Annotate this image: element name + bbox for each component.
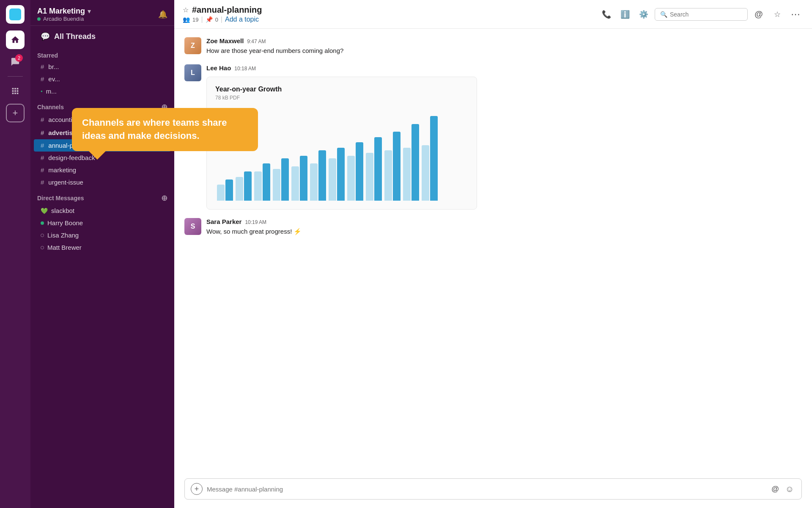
offline-dot-icon [41,234,44,237]
input-actions: @ ☺ [769,483,796,495]
sidebar-item-marketing[interactable]: # marketing [34,164,171,176]
bar-light [347,156,355,201]
sidebar-item-harry-boone[interactable]: Harry Boone [34,217,171,229]
message-3: S Sara Parker 10:19 AM Wow, so much grea… [184,218,802,237]
channel-actions: 📞 ℹ️ ⚙️ 🔍 @ ☆ ⋯ [599,7,804,22]
online-indicator [37,17,41,21]
sidebar-item-lisa-zhang[interactable]: Lisa Zhang [34,229,171,241]
message-text-3: Wow, so much great progress! ⚡ [206,227,802,237]
avatar-lee: L [184,64,201,81]
bar-dark [244,171,252,201]
bar-group [254,163,270,201]
hash-icon: # [41,179,44,186]
main-content: ☆ #annual-planning 👥 19 | 📌 0 | Add a to… [174,0,812,508]
bar-light [366,153,373,201]
add-workspace-button[interactable]: + [6,104,25,122]
hash-icon: # [41,63,44,70]
bar-light [403,148,411,201]
tooltip-arrow [89,151,106,160]
bar-light [310,163,318,201]
bar-dark [263,163,270,201]
at-mention-button[interactable]: @ [769,483,781,495]
bar-group [217,179,233,201]
bar-group [422,116,438,201]
attach-button[interactable]: + [191,483,203,495]
offline-dot-icon [41,246,44,249]
bar-light [329,158,336,201]
pins-icon: 📌 [206,16,213,23]
message-input-box: + @ ☺ [184,478,802,500]
bar-light [291,166,299,201]
icon-rail: 2 + [0,0,30,508]
bar-light [422,145,429,201]
hash-icon: # [41,75,44,83]
avatar-zoe: Z [184,37,201,54]
bar-dark [225,179,233,201]
message-input[interactable] [207,486,765,493]
info-button[interactable]: ℹ️ [617,7,633,22]
bar-group [310,150,326,201]
message-content-1: Zoe Maxwell 9:47 AM How are those year-e… [206,37,802,56]
sidebar-item-starred-3[interactable]: ● m... [34,85,171,97]
sidebar-header: A1 Marketing ▾ Arcadio Buendía 🔔 [30,0,174,26]
home-icon[interactable] [6,30,25,49]
message-time-1: 9:47 AM [247,39,266,44]
notification-bell-icon[interactable]: 🔔 [158,10,167,19]
star-button[interactable]: ☆ [183,6,189,14]
sidebar-item-urgent-issue[interactable]: # urgent-issue [34,176,171,188]
sidebar: A1 Marketing ▾ Arcadio Buendía 🔔 💬 All T… [30,0,174,508]
search-icon: 🔍 [660,11,667,18]
dm-section-header: Direct Messages ⊕ [30,188,174,204]
bar-dark [356,142,363,201]
sidebar-item-matt-brewer[interactable]: Matt Brewer [34,241,171,254]
online-dot-icon [41,221,44,225]
bar-dark [411,124,419,201]
sidebar-item-slackbot[interactable]: 💚 slackbot [34,204,171,217]
channel-title: #annual-planning [192,5,262,15]
hash-icon: # [41,166,44,174]
username: Arcadio Buendía [43,16,84,22]
members-count: 19 [192,17,198,23]
add-dm-button[interactable]: ⊕ [161,193,167,203]
bar-group [273,158,289,201]
grid-icon[interactable] [6,82,25,100]
message-1: Z Zoe Maxwell 9:47 AM How are those year… [184,37,802,56]
channel-header: ☆ #annual-planning 👥 19 | 📌 0 | Add a to… [174,0,812,29]
sidebar-item-starred-2[interactable]: # ev... [34,73,171,85]
threads-icon: 💬 [41,32,50,41]
bar-dark [374,137,382,201]
more-button[interactable]: ⋯ [788,7,804,22]
workspace-dropdown-icon[interactable]: ▾ [88,7,91,15]
bar-dark [281,158,289,201]
message-2: L Lee Hao 10:18 AM Year-on-year Growth 7… [184,64,802,210]
hash-icon: # [41,129,44,136]
phone-button[interactable]: 📞 [599,7,614,22]
add-topic-button[interactable]: Add a topic [225,16,259,23]
tooltip-text: Channels are where teams share ideas and… [82,117,227,141]
bar-light [254,171,262,201]
messages-area: Z Zoe Maxwell 9:47 AM How are those year… [174,29,812,473]
bar-dark [318,150,326,201]
bookmark-button[interactable]: ☆ [770,7,785,22]
bar-dark [337,148,345,201]
workspace-logo[interactable] [6,5,25,24]
search-input[interactable] [670,11,742,18]
bar-group [329,148,345,201]
dm-icon[interactable]: 2 [6,52,25,71]
bar-group [384,132,401,201]
bar-group [366,137,382,201]
message-content-2: Lee Hao 10:18 AM Year-on-year Growth 78 … [206,64,802,210]
message-author-1: Zoe Maxwell [206,37,244,44]
sidebar-item-all-threads[interactable]: 💬 All Threads [34,28,171,45]
at-button[interactable]: @ [751,7,766,22]
workspace-name[interactable]: A1 Marketing [37,7,85,16]
bar-light [384,150,392,201]
message-content-3: Sara Parker 10:19 AM Wow, so much great … [206,218,802,237]
search-box[interactable]: 🔍 [655,8,748,21]
emoji-button[interactable]: ☺ [784,483,796,495]
avatar-sara: S [184,218,201,235]
message-text-1: How are those year-end numbers coming al… [206,46,802,56]
settings-button[interactable]: ⚙️ [636,7,651,22]
starred-section-header: Starred [30,47,174,61]
sidebar-item-starred-1[interactable]: # br... [34,61,171,73]
